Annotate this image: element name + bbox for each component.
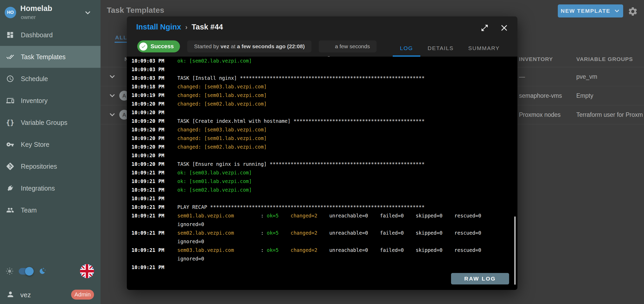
log-timestamp: 10:09:20 PM [127, 160, 177, 168]
log-timestamp: 10:09:20 PM [127, 143, 177, 151]
log-timestamp: 10:09:21 PM [127, 194, 177, 203]
log-line: 10:09:21 PMok: [sem02.lab.vezpi.com] [127, 186, 517, 194]
sidebar-item-label: Schedule [21, 75, 48, 83]
column-header-variable-groups: VARIABLE GROUPS [576, 56, 633, 62]
log-timestamp: 10:09:03 PM [127, 74, 177, 82]
log-message: ok: [sem03.lab.vezpi.com] [177, 168, 252, 177]
new-template-label: NEW TEMPLATE [561, 8, 610, 14]
log-message: ok: [sem02.lab.vezpi.com] [177, 57, 252, 65]
task-modal: Install Nginx › Task #44 Success Started… [127, 16, 517, 290]
page-title: Task Templates [107, 6, 164, 15]
log-timestamp: 10:09:20 PM [127, 100, 177, 108]
log-timestamp: 10:09:21 PM [127, 186, 177, 194]
user-row[interactable]: vez Admin [0, 289, 101, 301]
chevron-down-icon[interactable] [108, 73, 116, 81]
sidebar-item-label: Repositories [21, 163, 57, 170]
column-header-inventory: INVENTORY [519, 56, 553, 62]
log-line: 10:09:21 PMPLAY RECAP ******************… [127, 203, 517, 211]
team-avatar[interactable]: HO [5, 7, 16, 18]
log-line: 10:09:21 PMok: [sem03.lab.vezpi.com] [127, 168, 517, 177]
cell-variable-groups: pve_vm [576, 73, 597, 80]
cell-inventory: — [519, 73, 525, 80]
chevron-down-icon[interactable] [84, 9, 92, 17]
chevron-down-icon[interactable] [108, 92, 116, 100]
started-middle: at [229, 43, 237, 50]
sidebar-item-task-templates[interactable]: Task Templates [0, 46, 101, 68]
sidebar-item-variable-groups[interactable]: {}Variable Groups [0, 112, 101, 133]
language-flag-uk[interactable] [80, 264, 94, 278]
close-icon[interactable] [499, 23, 509, 33]
check-circle-icon [139, 42, 147, 51]
log-message: sem02.lab.vezpi.com : ok=5 changed=2 unr… [177, 229, 481, 237]
tab-summary[interactable]: SUMMARY [461, 40, 507, 57]
breadcrumb-template-link[interactable]: Install Nginx [136, 23, 181, 31]
sidebar-item-label: Key Store [21, 141, 49, 148]
tab-all[interactable]: ALL [115, 34, 127, 41]
log-message: ok: [sem02.lab.vezpi.com] [177, 186, 252, 194]
log-scrollbar[interactable] [514, 216, 516, 285]
log-message: ignored=0 [177, 220, 204, 229]
log-lines: 10:09:03 PMok: [sem02.lab.vezpi.com]10:0… [127, 57, 517, 272]
log-message: TASK [Ensure nginx is running] *********… [177, 160, 424, 168]
theme-row [0, 264, 101, 278]
log-line: 10:09:18 PMchanged: [sem03.lab.vezpi.com… [127, 82, 517, 91]
log-line: 10:09:21 PMok: [sem01.lab.vezpi.com] [127, 177, 517, 186]
log-line: 10:09:21 PMsem02.lab.vezpi.com : ok=5 ch… [127, 229, 517, 237]
started-prefix: Started by [194, 43, 221, 50]
clock-icon [326, 43, 332, 50]
log-line: 10:09:20 PMchanged: [sem01.lab.vezpi.com… [127, 134, 517, 143]
theme-toggle-thumb[interactable] [25, 267, 34, 276]
log-line: ignored=0 [127, 220, 517, 229]
log-timestamp: 10:09:20 PM [127, 108, 177, 117]
log-timestamp: 10:09:19 PM [127, 91, 177, 100]
log-line: 10:09:20 PMTASK [Create index.html with … [127, 117, 517, 125]
log-timestamp: 10:09:21 PM [127, 168, 177, 177]
sidebar: HO Homelab owner DashboardTask Templates… [0, 0, 101, 304]
log-message: ignored=0 [177, 237, 204, 246]
log-message: changed: [sem03.lab.vezpi.com] [177, 125, 267, 134]
log-line: 10:09:20 PMchanged: [sem02.lab.vezpi.com… [127, 143, 517, 151]
tab-details[interactable]: DETAILS [420, 40, 461, 57]
sidebar-item-repositories[interactable]: Repositories [0, 155, 101, 177]
log-line: 10:09:19 PMchanged: [sem01.lab.vezpi.com… [127, 91, 517, 100]
gear-icon[interactable] [628, 6, 638, 17]
dashboard-icon [6, 31, 14, 39]
log-line: 10:09:21 PM [127, 263, 517, 272]
tab-all-underline [115, 42, 128, 43]
log-message: ignored=0 [177, 254, 204, 263]
log-timestamp: 10:09:20 PM [127, 134, 177, 143]
sidebar-item-inventory[interactable]: Inventory [0, 90, 101, 112]
breadcrumb-task-title: Task #44 [192, 23, 223, 31]
sidebar-item-dashboard[interactable]: Dashboard [0, 24, 101, 46]
schedule-icon [6, 75, 14, 83]
tab-log[interactable]: LOG [393, 40, 420, 57]
log-timestamp: 10:09:21 PM [127, 229, 177, 237]
raw-log-button[interactable]: RAW LOG [451, 273, 509, 284]
log-timestamp: 10:09:21 PM [127, 246, 177, 254]
log-message: sem03.lab.vezpi.com : ok=5 changed=2 unr… [177, 246, 481, 254]
chevron-down-icon[interactable] [108, 111, 116, 119]
screen: HO Homelab owner DashboardTask Templates… [0, 0, 644, 304]
team-name[interactable]: Homelab [20, 4, 52, 13]
sidebar-item-integrations[interactable]: Integrations [0, 177, 101, 199]
user-name: vez [20, 291, 31, 299]
sidebar-item-schedule[interactable]: Schedule [0, 68, 101, 90]
sidebar-item-team[interactable]: Team [0, 199, 101, 221]
log-timestamp: 10:09:03 PM [127, 65, 177, 74]
log-timestamp [127, 220, 177, 229]
expand-icon[interactable] [480, 24, 489, 32]
admin-badge: Admin [71, 290, 94, 300]
duration-chip: a few seconds [319, 40, 377, 52]
log-line: 10:09:03 PMTASK [Install nginx] ********… [127, 74, 517, 82]
chevron-right-icon: › [185, 23, 187, 31]
duration-label: a few seconds [335, 43, 370, 50]
new-template-button[interactable]: NEW TEMPLATE [558, 4, 623, 17]
log-message: changed: [sem02.lab.vezpi.com] [177, 143, 267, 151]
log-line: 10:09:03 PM [127, 65, 517, 74]
sidebar-item-key-store[interactable]: Key Store [0, 133, 101, 155]
sidebar-item-label: Inventory [21, 97, 48, 105]
log-line: 10:09:20 PMTASK [Ensure nginx is running… [127, 160, 517, 168]
team-role: owner [21, 14, 36, 20]
sidebar-item-label: Task Templates [21, 53, 66, 61]
log-timestamp: 10:09:18 PM [127, 82, 177, 91]
